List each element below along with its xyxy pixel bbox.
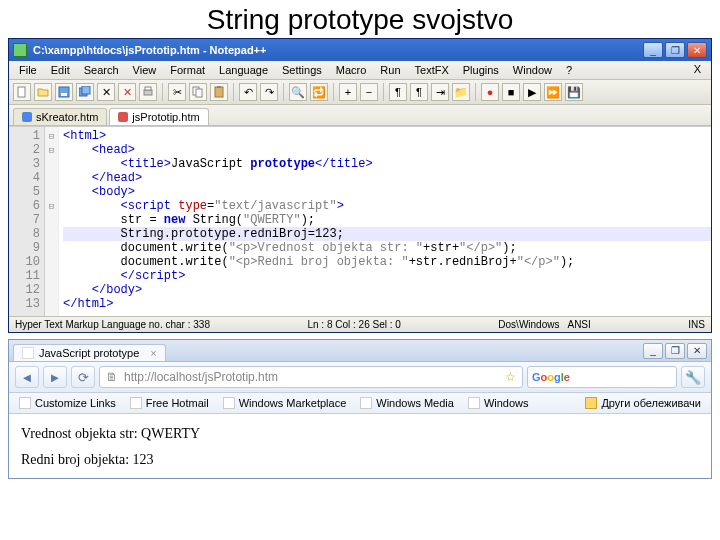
forward-button[interactable]: ► [43, 366, 67, 388]
browser-page-content: Vrednost objekta str: QWERTY Redni broj … [9, 414, 711, 478]
browser-maximize-button[interactable]: ❐ [665, 343, 685, 359]
menu-close-doc[interactable]: X [688, 63, 707, 77]
bookmark-customize-links[interactable]: Customize Links [15, 396, 120, 410]
indent-guide-icon[interactable]: ⇥ [431, 83, 449, 101]
npp-window-title: C:\xampp\htdocs\jsPrototip.htm - Notepad… [33, 44, 643, 56]
file-modified-icon [118, 112, 128, 122]
wrench-menu-icon[interactable]: 🔧 [681, 366, 705, 388]
npp-toolbar: ✕ ✕ ✂ ↶ ↷ 🔍 🔁 + − ¶ ¶ ⇥ 📁 ● ■ ▶ ⏩ 💾 [9, 80, 711, 105]
svg-rect-2 [61, 93, 67, 96]
output-line-1: Vrednost objekta str: QWERTY [21, 426, 699, 442]
fold-gutter[interactable]: ⊟⊟ ⊟ [45, 127, 59, 316]
output-line-2: Redni broj objekta: 123 [21, 452, 699, 468]
status-mode: INS [688, 319, 705, 330]
line-number-gutter: 12345678910111213 [9, 127, 45, 316]
file-modified-icon [22, 112, 32, 122]
svg-rect-9 [215, 87, 223, 97]
npp-menubar: File Edit Search View Format Language Se… [9, 61, 711, 80]
menu-textfx[interactable]: TextFX [409, 63, 455, 77]
cut-icon[interactable]: ✂ [168, 83, 186, 101]
replace-icon[interactable]: 🔁 [310, 83, 328, 101]
npp-tabbar: sKreator.htm jsPrototip.htm [9, 105, 711, 126]
menu-view[interactable]: View [127, 63, 163, 77]
svg-rect-10 [217, 86, 221, 88]
site-info-icon[interactable]: 🗎 [106, 370, 118, 384]
close-doc-icon[interactable]: ✕ [97, 83, 115, 101]
menu-language[interactable]: Language [213, 63, 274, 77]
save-icon[interactable] [55, 83, 73, 101]
bookmark-icon [360, 397, 372, 409]
show-all-chars-icon[interactable]: ¶ [410, 83, 428, 101]
bookmark-icon [468, 397, 480, 409]
tab-skreator[interactable]: sKreator.htm [13, 108, 107, 125]
browser-titlebar[interactable]: JavaScript prototype × _ ❐ ✕ [9, 340, 711, 362]
npp-titlebar[interactable]: C:\xampp\htdocs\jsPrototip.htm - Notepad… [9, 39, 711, 61]
menu-run[interactable]: Run [374, 63, 406, 77]
back-button[interactable]: ◄ [15, 366, 39, 388]
paste-icon[interactable] [210, 83, 228, 101]
browser-tab[interactable]: JavaScript prototype × [13, 344, 166, 361]
play-macro-icon[interactable]: ▶ [523, 83, 541, 101]
menu-edit[interactable]: Edit [45, 63, 76, 77]
menu-window[interactable]: Window [507, 63, 558, 77]
save-all-icon[interactable] [76, 83, 94, 101]
browser-tab-title: JavaScript prototype [39, 347, 139, 359]
bookmark-windows-media[interactable]: Windows Media [356, 396, 458, 410]
open-file-icon[interactable] [34, 83, 52, 101]
close-all-icon[interactable]: ✕ [118, 83, 136, 101]
menu-macro[interactable]: Macro [330, 63, 373, 77]
folder-icon [585, 397, 597, 409]
code-area[interactable]: <html> <head> <title>JavaScript prototyp… [59, 127, 711, 316]
status-position: Ln : 8 Col : 26 Sel : 0 [307, 319, 400, 330]
browser-window: JavaScript prototype × _ ❐ ✕ ◄ ► ⟳ 🗎 htt… [8, 339, 712, 479]
svg-rect-0 [18, 87, 25, 97]
npp-editor[interactable]: 12345678910111213 ⊟⊟ ⊟ <html> <head> <ti… [9, 126, 711, 316]
zoom-in-icon[interactable]: + [339, 83, 357, 101]
record-macro-icon[interactable]: ● [481, 83, 499, 101]
menu-help[interactable]: ? [560, 63, 578, 77]
url-text: http://localhost/jsPrototip.htm [124, 370, 278, 384]
stop-macro-icon[interactable]: ■ [502, 83, 520, 101]
bookmark-label: Windows [484, 397, 529, 409]
menu-search[interactable]: Search [78, 63, 125, 77]
folder-icon[interactable]: 📁 [452, 83, 470, 101]
bookmark-windows-marketplace[interactable]: Windows Marketplace [219, 396, 351, 410]
copy-icon[interactable] [189, 83, 207, 101]
close-button[interactable]: ✕ [687, 42, 707, 58]
tab-close-icon[interactable]: × [150, 347, 156, 359]
menu-settings[interactable]: Settings [276, 63, 328, 77]
bookmark-icon [130, 397, 142, 409]
bookmark-star-icon[interactable]: ☆ [505, 370, 516, 384]
redo-icon[interactable]: ↷ [260, 83, 278, 101]
browser-close-button[interactable]: ✕ [687, 343, 707, 359]
bookmark-icon [19, 397, 31, 409]
svg-rect-5 [144, 90, 152, 95]
status-language: Hyper Text Markup Language no. char : 33… [15, 319, 210, 330]
bookmark-free-hotmail[interactable]: Free Hotmail [126, 396, 213, 410]
maximize-button[interactable]: ❐ [665, 42, 685, 58]
play-multi-icon[interactable]: ⏩ [544, 83, 562, 101]
menu-format[interactable]: Format [164, 63, 211, 77]
status-encoding: ANSI [567, 319, 590, 330]
undo-icon[interactable]: ↶ [239, 83, 257, 101]
tab-jsprototip[interactable]: jsPrototip.htm [109, 108, 208, 125]
svg-rect-4 [82, 86, 90, 94]
menu-file[interactable]: File [13, 63, 43, 77]
browser-toolbar: ◄ ► ⟳ 🗎 http://localhost/jsPrototip.htm … [9, 362, 711, 393]
npp-app-icon [13, 43, 27, 57]
new-file-icon[interactable] [13, 83, 31, 101]
bookmark-label: Други обележивачи [601, 397, 701, 409]
wordwrap-icon[interactable]: ¶ [389, 83, 407, 101]
zoom-out-icon[interactable]: − [360, 83, 378, 101]
url-bar[interactable]: 🗎 http://localhost/jsPrototip.htm ☆ [99, 366, 523, 388]
minimize-button[interactable]: _ [643, 42, 663, 58]
reload-button[interactable]: ⟳ [71, 366, 95, 388]
menu-plugins[interactable]: Plugins [457, 63, 505, 77]
save-macro-icon[interactable]: 💾 [565, 83, 583, 101]
print-icon[interactable] [139, 83, 157, 101]
bookmark-windows[interactable]: Windows [464, 396, 533, 410]
other-bookmarks-folder[interactable]: Други обележивачи [581, 396, 705, 410]
find-icon[interactable]: 🔍 [289, 83, 307, 101]
search-box[interactable]: Google [527, 366, 677, 388]
browser-minimize-button[interactable]: _ [643, 343, 663, 359]
